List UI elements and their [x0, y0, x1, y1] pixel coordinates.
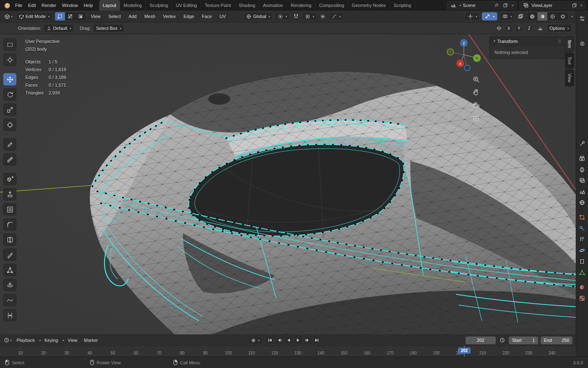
shading-dropdown[interactable]: ▾ — [571, 15, 573, 18]
remove-viewlayer-icon[interactable]: × — [580, 3, 583, 8]
camera-view-icon[interactable] — [470, 100, 482, 111]
play-button[interactable] — [294, 336, 302, 344]
menu-uv[interactable]: UV — [217, 12, 229, 20]
snap-target-dropdown[interactable]: ▾ — [302, 12, 317, 20]
tool-edge-slide[interactable] — [3, 309, 16, 321]
menu-help[interactable]: Help — [81, 1, 96, 9]
pan-hand-icon[interactable] — [470, 87, 482, 98]
menu-keying[interactable]: Keying — [42, 336, 61, 344]
workspace-tab-texture-paint[interactable]: Texture Paint — [201, 0, 235, 11]
proportional-falloff-dropdown[interactable]: ▾ — [329, 12, 344, 20]
workspace-tab-modeling[interactable]: Modeling — [120, 0, 146, 11]
proportional-edit-button[interactable] — [319, 12, 327, 20]
workspace-tab-scripting[interactable]: Scripting — [390, 0, 415, 11]
timeline-editor-type-button[interactable]: ▾ — [2, 336, 13, 344]
play-reverse-button[interactable] — [285, 336, 293, 344]
tool-add-cube[interactable] — [3, 173, 16, 185]
menu-add[interactable]: Add — [126, 12, 140, 20]
current-frame-badge[interactable]: 202 — [458, 348, 471, 354]
tool-scale[interactable] — [3, 103, 16, 116]
panel-drag-dots-icon[interactable]: ⠿ — [558, 39, 561, 44]
next-keyframe-button[interactable] — [303, 336, 312, 344]
ortho-grid-icon[interactable] — [470, 113, 482, 124]
sidebar-tab-item[interactable]: Item — [565, 36, 574, 52]
tool-loop-cut[interactable] — [3, 233, 16, 246]
end-frame-field[interactable]: End250 — [541, 337, 572, 344]
face-select-button[interactable] — [76, 12, 86, 20]
visibility-dropdown[interactable]: ▾ — [465, 12, 480, 20]
menu-window[interactable]: Window — [59, 1, 81, 9]
tool-select-box[interactable] — [3, 38, 16, 51]
properties-tab-render-icon[interactable] — [576, 153, 588, 164]
properties-tab-scene-icon[interactable] — [576, 186, 588, 197]
menu-view[interactable]: View — [88, 12, 104, 20]
properties-tab-material-icon[interactable] — [576, 282, 588, 293]
properties-editor-type-icon[interactable] — [576, 13, 588, 24]
gizmos-dropdown[interactable]: ▾ — [482, 12, 497, 20]
workspace-tab-rendering[interactable]: Rendering — [287, 0, 316, 11]
tool-transform[interactable] — [3, 119, 16, 131]
tool-spin[interactable] — [3, 279, 16, 291]
mirror-z-toggle[interactable]: Z — [526, 25, 533, 32]
unlink-scene-icon[interactable]: × — [511, 3, 514, 8]
workspace-tab-geometry-nodes[interactable]: Geometry Nodes — [348, 0, 390, 11]
pin-id-icon[interactable] — [576, 38, 588, 49]
properties-tab-texture-icon[interactable] — [576, 293, 588, 304]
tool-measure[interactable] — [3, 153, 16, 166]
workspace-tab-sculpting[interactable]: Sculpting — [146, 0, 172, 11]
wireframe-shading-button[interactable] — [527, 12, 537, 20]
tool-knife[interactable] — [3, 249, 16, 261]
menu-vertex[interactable]: Vertex — [160, 12, 178, 20]
options-dropdown[interactable]: Options ▾ — [547, 24, 572, 32]
workspace-tab-layout[interactable]: Layout — [99, 0, 120, 11]
mesh-canvas[interactable] — [0, 34, 576, 334]
rendered-shading-button[interactable] — [558, 12, 568, 20]
pivot-dropdown[interactable]: ▾ — [275, 12, 290, 20]
properties-tab-object-icon[interactable] — [576, 212, 588, 223]
snap-increment-icon[interactable] — [536, 24, 544, 32]
tool-inset-faces[interactable] — [3, 203, 16, 215]
properties-tab-modifiers-icon[interactable] — [576, 223, 588, 234]
edge-select-button[interactable] — [65, 12, 76, 20]
tool-rotate[interactable] — [3, 88, 16, 101]
tool-smooth[interactable] — [3, 294, 16, 306]
xray-toggle-button[interactable] — [517, 12, 525, 20]
timeline-ruler[interactable]: 10 20 30 40 50 60 70 80 90 100 110 120 1… — [0, 346, 576, 357]
material-shading-button[interactable] — [548, 12, 558, 20]
blender-logo-icon[interactable] — [2, 1, 12, 9]
scene-browse-chevron[interactable]: ▾ — [460, 4, 461, 7]
sidebar-tab-tool[interactable]: Tool — [565, 53, 574, 68]
snap-toggle-button[interactable] — [292, 12, 300, 20]
scene-name[interactable]: Scene — [463, 3, 491, 8]
menu-file[interactable]: File — [12, 1, 25, 9]
jump-to-start-button[interactable] — [266, 336, 274, 344]
vertex-select-button[interactable] — [55, 12, 65, 20]
navigation-gizmo[interactable]: Z Y X — [445, 36, 483, 74]
mode-selector[interactable]: Edit Mode ▾ — [16, 12, 53, 20]
properties-tab-constraints-icon[interactable] — [576, 256, 588, 267]
tool-orientation-dropdown[interactable]: Default ▾ — [44, 24, 74, 32]
jump-to-end-button[interactable] — [313, 336, 321, 344]
workspace-tab-animation[interactable]: Animation — [259, 0, 287, 11]
3d-viewport[interactable]: User Perspective (202) body Objects1 / 5… — [0, 34, 576, 334]
menu-select[interactable]: Select — [105, 12, 124, 20]
mirror-x-toggle[interactable]: X — [506, 25, 512, 32]
mirror-y-toggle[interactable]: Y — [516, 25, 523, 32]
menu-playback[interactable]: Playback — [14, 336, 38, 344]
tool-poly-build[interactable] — [3, 264, 16, 276]
menu-marker[interactable]: Marker — [81, 336, 100, 344]
workspace-tab-shading[interactable]: Shading — [235, 0, 259, 11]
properties-tab-view-layer-icon[interactable] — [576, 175, 588, 186]
tool-bevel[interactable] — [3, 218, 16, 231]
start-frame-field[interactable]: Start1 — [509, 337, 538, 344]
new-scene-icon[interactable] — [502, 1, 509, 9]
viewlayer-name[interactable]: ViewLayer — [532, 3, 569, 8]
menu-edge[interactable]: Edge — [180, 12, 197, 20]
properties-tab-physics-icon[interactable] — [576, 245, 588, 256]
auto-keyframe-button[interactable]: ▾ — [248, 336, 262, 344]
menu-edit[interactable]: Edit — [25, 1, 39, 9]
properties-tab-output-icon[interactable] — [576, 164, 588, 175]
sidebar-tab-view[interactable]: View — [565, 70, 574, 87]
current-frame-field[interactable]: 202 — [466, 337, 496, 344]
tool-extrude-region[interactable] — [3, 188, 16, 200]
